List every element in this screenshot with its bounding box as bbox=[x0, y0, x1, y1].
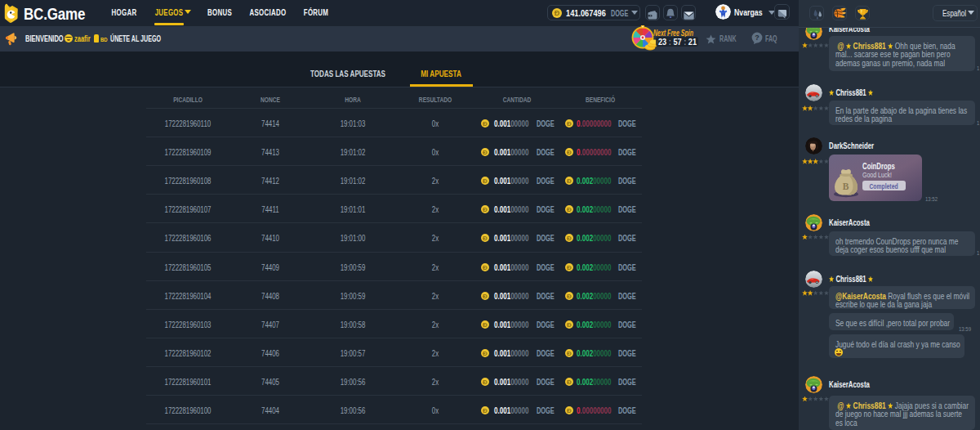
svg-text:?: ? bbox=[755, 34, 760, 42]
svg-text:B: B bbox=[843, 181, 849, 191]
